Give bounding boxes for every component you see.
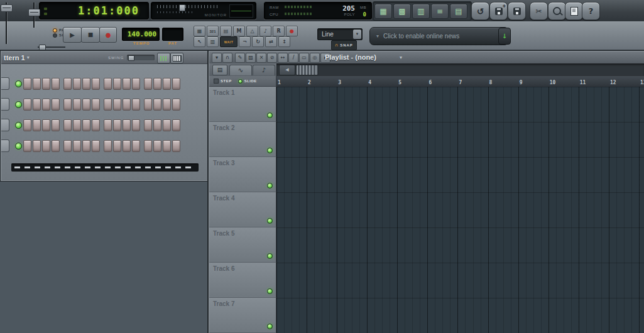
loop-mode-button[interactable]: ⇄ (265, 36, 277, 47)
step-button[interactable] (172, 119, 180, 131)
typing-keyboard-button[interactable]: ▦ (194, 26, 205, 36)
step-button[interactable] (42, 78, 50, 90)
zoom-tool-button[interactable]: ◎ (310, 53, 320, 63)
project-info-button[interactable] (565, 2, 583, 20)
step-button[interactable] (153, 78, 161, 90)
channel-mute-led[interactable] (15, 143, 22, 150)
step-button[interactable] (123, 119, 131, 131)
pedal-button[interactable]: ¬ (239, 36, 251, 47)
view-stepseq-button[interactable]: ▩ (393, 4, 411, 19)
horizontal-scrollbar[interactable]: ◀ (276, 63, 644, 76)
view-mixer-button[interactable]: ▤ (450, 4, 467, 19)
tab-audio-tracks[interactable]: ∿ (229, 65, 252, 75)
step-button[interactable] (92, 99, 100, 111)
tempo-display[interactable]: 140.000 (122, 28, 160, 41)
master-pitch-handle[interactable] (1, 4, 13, 12)
step-button[interactable] (42, 140, 50, 152)
tab-patterns[interactable]: ♪ (253, 65, 275, 75)
step-button[interactable] (153, 119, 161, 131)
pat-led[interactable] (53, 28, 57, 33)
time-display[interactable]: 1:01:000 (39, 2, 149, 19)
sequencer-titlebar[interactable]: ttern 1 ▾ SWING (1, 52, 209, 64)
track-header[interactable]: Track 4 (209, 192, 276, 227)
step-button[interactable] (172, 140, 180, 152)
graph-editor-button[interactable] (157, 53, 170, 63)
paint-tool-button[interactable]: ▨ (246, 53, 256, 63)
channel-button[interactable] (1, 139, 9, 152)
step-button[interactable] (132, 140, 140, 152)
shuffle-slider-handle[interactable] (39, 45, 46, 50)
step-button[interactable] (113, 99, 121, 111)
channel-button[interactable] (1, 98, 9, 111)
track-mute-led[interactable] (267, 148, 273, 153)
stop-button[interactable]: ■ (81, 27, 100, 43)
track-header[interactable]: Track 3 (209, 157, 276, 192)
step-button[interactable] (123, 140, 131, 152)
step-button[interactable] (63, 140, 72, 152)
loop-record-button[interactable]: R (273, 26, 285, 36)
step-button[interactable] (132, 99, 140, 111)
countdown-button[interactable]: 321 (207, 26, 219, 36)
timeline-ruler[interactable]: 12345678910111213 (276, 76, 644, 87)
channel-mute-led[interactable] (15, 80, 22, 87)
view-pianoroll-button[interactable]: ▥ (412, 4, 430, 19)
step-button[interactable] (52, 78, 60, 90)
channel-button[interactable] (1, 119, 9, 131)
graph-editor-strip[interactable] (11, 163, 199, 172)
slide-toggle[interactable]: SLIDE (238, 79, 257, 84)
save-as-button[interactable] (489, 2, 508, 20)
cut-button[interactable]: ✂ (530, 2, 548, 20)
step-button[interactable] (123, 99, 131, 111)
step-button[interactable] (33, 99, 41, 111)
track-header[interactable]: Track 2 (209, 122, 276, 157)
step-button[interactable] (104, 140, 112, 152)
step-button[interactable] (23, 78, 31, 90)
step-button[interactable] (33, 119, 41, 131)
delete-tool-button[interactable]: × (256, 53, 266, 63)
step-button[interactable] (82, 119, 90, 131)
step-button[interactable] (82, 140, 90, 152)
step-button[interactable] (132, 78, 140, 90)
shuffle-slider[interactable] (38, 45, 65, 49)
step-button[interactable] (42, 119, 50, 131)
track-mute-led[interactable] (267, 218, 273, 224)
song-led[interactable] (53, 33, 57, 38)
step-button[interactable] (73, 99, 81, 111)
step-toggle[interactable]: STEP (214, 79, 232, 84)
step-button[interactable] (144, 78, 152, 90)
step-button[interactable] (73, 78, 81, 90)
scroll-left-button[interactable]: ◀ (279, 65, 295, 75)
master-volume-handle[interactable] (28, 9, 40, 16)
view-playlist-button[interactable]: ▦ (374, 4, 392, 19)
scroll-lock-button[interactable]: ↕ (278, 36, 290, 47)
step-button[interactable] (163, 78, 171, 90)
playlist-menu-button[interactable]: ▾ (212, 53, 222, 63)
snap-magnet-button[interactable]: ∩ (222, 53, 232, 63)
overdub-button[interactable]: ↻ (252, 36, 264, 47)
step-button[interactable] (42, 99, 50, 111)
draw-tool-button[interactable]: ✎ (235, 53, 245, 63)
help-button[interactable]: ? (582, 2, 600, 20)
step-button[interactable] (23, 140, 31, 152)
record-button[interactable]: ● (99, 27, 117, 43)
track-mute-led[interactable] (267, 183, 273, 188)
scrollbar-thumb[interactable] (296, 65, 319, 75)
track-header[interactable]: Track 6 (209, 263, 276, 298)
play-button[interactable]: ▶ (63, 27, 82, 43)
multilink-button[interactable]: M (233, 26, 245, 36)
step-button[interactable] (23, 119, 31, 131)
step-button[interactable] (52, 140, 60, 152)
step-button[interactable] (123, 78, 131, 90)
step-button[interactable] (132, 119, 140, 131)
playlist-grid[interactable] (276, 87, 644, 333)
mouse-wheel-button[interactable]: ↖ (194, 36, 205, 47)
step-button[interactable] (163, 99, 171, 111)
news-refresh-button[interactable]: ↓ (498, 28, 511, 45)
mute-tool-button[interactable]: ⊘ (267, 53, 277, 63)
step-button[interactable] (92, 119, 100, 131)
monitor-panel[interactable]: MONITOR (151, 2, 256, 19)
step-button[interactable] (23, 99, 31, 111)
precount-button[interactable]: ● (286, 26, 298, 36)
step-button[interactable] (104, 119, 112, 131)
step-button[interactable] (163, 119, 171, 131)
